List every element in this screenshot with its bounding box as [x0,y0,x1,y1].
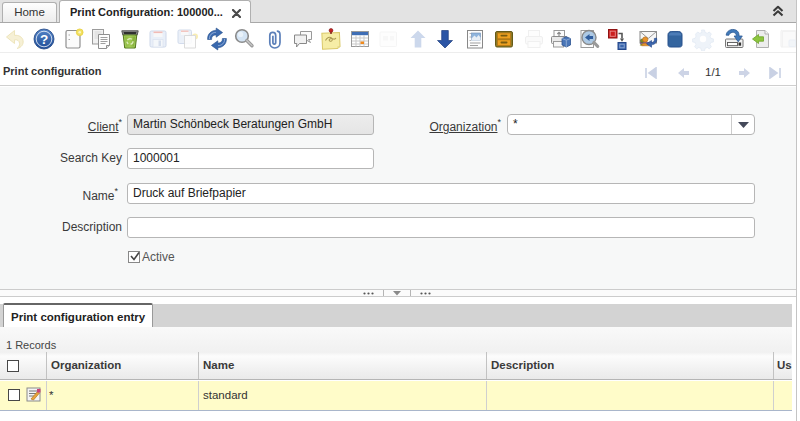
svg-text:?: ? [40,32,48,47]
